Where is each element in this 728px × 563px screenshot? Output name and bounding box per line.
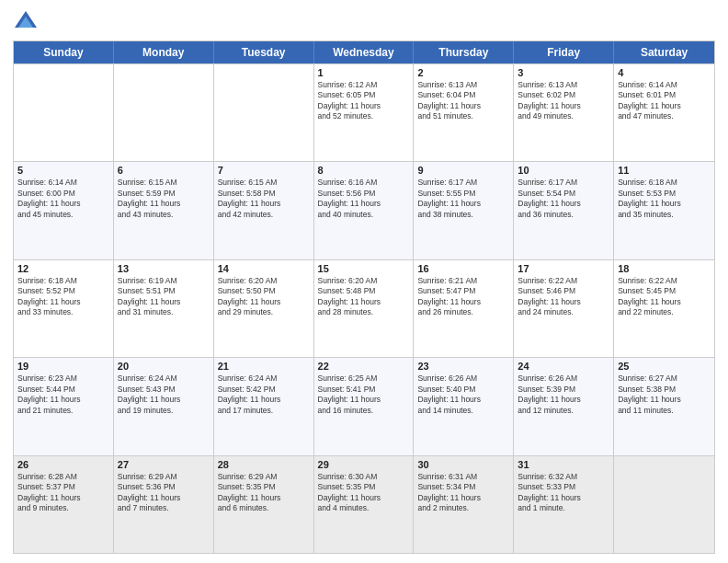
- day-number: 10: [518, 165, 609, 176]
- calendar-cell: 4Sunrise: 6:14 AM Sunset: 6:01 PM Daylig…: [614, 64, 714, 161]
- day-info: Sunrise: 6:15 AM Sunset: 5:59 PM Dayligh…: [118, 178, 210, 220]
- day-number: 6: [118, 165, 210, 176]
- calendar-cell: 24Sunrise: 6:26 AM Sunset: 5:39 PM Dayli…: [514, 358, 614, 454]
- day-info: Sunrise: 6:31 AM Sunset: 5:34 PM Dayligh…: [417, 472, 509, 514]
- day-info: Sunrise: 6:14 AM Sunset: 6:01 PM Dayligh…: [618, 80, 711, 122]
- calendar-cell: 30Sunrise: 6:31 AM Sunset: 5:34 PM Dayli…: [414, 456, 514, 553]
- day-number: 7: [218, 165, 310, 176]
- calendar-cell: 22Sunrise: 6:25 AM Sunset: 5:41 PM Dayli…: [314, 358, 415, 454]
- day-number: 25: [618, 361, 711, 372]
- calendar-cell: 13Sunrise: 6:19 AM Sunset: 5:51 PM Dayli…: [114, 260, 214, 357]
- calendar-cell: 7Sunrise: 6:15 AM Sunset: 5:58 PM Daylig…: [214, 162, 314, 259]
- weekday-header: Saturday: [614, 41, 714, 63]
- calendar-cell: [614, 456, 714, 553]
- calendar-cell: 25Sunrise: 6:27 AM Sunset: 5:38 PM Dayli…: [614, 358, 714, 454]
- calendar-row: 1Sunrise: 6:12 AM Sunset: 6:05 PM Daylig…: [14, 63, 714, 161]
- day-info: Sunrise: 6:22 AM Sunset: 5:45 PM Dayligh…: [618, 276, 711, 318]
- day-number: 24: [518, 361, 609, 372]
- calendar-header: SundayMondayTuesdayWednesdayThursdayFrid…: [14, 41, 714, 63]
- calendar-cell: 9Sunrise: 6:17 AM Sunset: 5:55 PM Daylig…: [414, 162, 514, 259]
- calendar-cell: [14, 64, 114, 161]
- day-info: Sunrise: 6:23 AM Sunset: 5:44 PM Dayligh…: [17, 373, 109, 416]
- calendar-cell: 28Sunrise: 6:29 AM Sunset: 5:35 PM Dayli…: [214, 456, 314, 553]
- day-number: 9: [417, 165, 509, 176]
- day-number: 4: [618, 67, 711, 78]
- day-info: Sunrise: 6:17 AM Sunset: 5:55 PM Dayligh…: [417, 178, 509, 220]
- day-number: 11: [618, 165, 711, 176]
- calendar-cell: 20Sunrise: 6:24 AM Sunset: 5:43 PM Dayli…: [114, 358, 214, 454]
- day-info: Sunrise: 6:12 AM Sunset: 6:05 PM Dayligh…: [318, 80, 410, 122]
- calendar-cell: 11Sunrise: 6:18 AM Sunset: 5:53 PM Dayli…: [614, 162, 714, 259]
- day-info: Sunrise: 6:18 AM Sunset: 5:52 PM Dayligh…: [17, 276, 109, 318]
- weekday-header: Wednesday: [314, 41, 415, 63]
- calendar-cell: 1Sunrise: 6:12 AM Sunset: 6:05 PM Daylig…: [314, 64, 415, 161]
- calendar-cell: 14Sunrise: 6:20 AM Sunset: 5:50 PM Dayli…: [214, 260, 314, 357]
- day-number: 13: [118, 263, 210, 274]
- calendar-body: 1Sunrise: 6:12 AM Sunset: 6:05 PM Daylig…: [14, 63, 714, 553]
- calendar-cell: 31Sunrise: 6:32 AM Sunset: 5:33 PM Dayli…: [514, 456, 614, 553]
- day-number: 12: [17, 263, 109, 274]
- calendar-cell: 21Sunrise: 6:24 AM Sunset: 5:42 PM Dayli…: [214, 358, 314, 454]
- calendar-cell: 8Sunrise: 6:16 AM Sunset: 5:56 PM Daylig…: [314, 162, 415, 259]
- day-info: Sunrise: 6:25 AM Sunset: 5:41 PM Dayligh…: [318, 373, 410, 416]
- day-info: Sunrise: 6:29 AM Sunset: 5:35 PM Dayligh…: [218, 472, 310, 514]
- day-number: 30: [417, 459, 509, 470]
- day-info: Sunrise: 6:19 AM Sunset: 5:51 PM Dayligh…: [118, 276, 210, 318]
- day-info: Sunrise: 6:20 AM Sunset: 5:48 PM Dayligh…: [318, 276, 410, 318]
- day-info: Sunrise: 6:13 AM Sunset: 6:02 PM Dayligh…: [518, 80, 609, 122]
- calendar-cell: 2Sunrise: 6:13 AM Sunset: 6:04 PM Daylig…: [414, 64, 514, 161]
- day-number: 14: [218, 263, 310, 274]
- calendar-cell: 17Sunrise: 6:22 AM Sunset: 5:46 PM Dayli…: [514, 260, 614, 357]
- day-number: 31: [518, 459, 609, 470]
- day-info: Sunrise: 6:17 AM Sunset: 5:54 PM Dayligh…: [518, 178, 609, 220]
- day-info: Sunrise: 6:18 AM Sunset: 5:53 PM Dayligh…: [618, 178, 711, 220]
- calendar-cell: 16Sunrise: 6:21 AM Sunset: 5:47 PM Dayli…: [414, 260, 514, 357]
- logo-icon: [13, 9, 39, 35]
- day-number: 22: [318, 361, 410, 372]
- day-number: 29: [318, 459, 410, 470]
- calendar-row: 12Sunrise: 6:18 AM Sunset: 5:52 PM Dayli…: [14, 259, 714, 357]
- weekday-header: Tuesday: [214, 41, 314, 63]
- weekday-header: Friday: [514, 41, 614, 63]
- calendar-row: 19Sunrise: 6:23 AM Sunset: 5:44 PM Dayli…: [14, 357, 714, 454]
- day-info: Sunrise: 6:26 AM Sunset: 5:40 PM Dayligh…: [417, 373, 509, 416]
- calendar-cell: 5Sunrise: 6:14 AM Sunset: 6:00 PM Daylig…: [14, 162, 114, 259]
- calendar-cell: 12Sunrise: 6:18 AM Sunset: 5:52 PM Dayli…: [14, 260, 114, 357]
- calendar-cell: [114, 64, 214, 161]
- calendar-cell: 26Sunrise: 6:28 AM Sunset: 5:37 PM Dayli…: [14, 456, 114, 553]
- calendar-cell: 10Sunrise: 6:17 AM Sunset: 5:54 PM Dayli…: [514, 162, 614, 259]
- calendar-cell: 19Sunrise: 6:23 AM Sunset: 5:44 PM Dayli…: [14, 358, 114, 454]
- weekday-header: Sunday: [14, 41, 114, 63]
- day-info: Sunrise: 6:24 AM Sunset: 5:42 PM Dayligh…: [218, 373, 310, 416]
- day-info: Sunrise: 6:20 AM Sunset: 5:50 PM Dayligh…: [218, 276, 310, 318]
- calendar-cell: [214, 64, 314, 161]
- calendar-cell: 18Sunrise: 6:22 AM Sunset: 5:45 PM Dayli…: [614, 260, 714, 357]
- calendar-cell: 23Sunrise: 6:26 AM Sunset: 5:40 PM Dayli…: [414, 358, 514, 454]
- calendar-cell: 29Sunrise: 6:30 AM Sunset: 5:35 PM Dayli…: [314, 456, 415, 553]
- calendar-cell: 3Sunrise: 6:13 AM Sunset: 6:02 PM Daylig…: [514, 64, 614, 161]
- day-number: 28: [218, 459, 310, 470]
- day-info: Sunrise: 6:30 AM Sunset: 5:35 PM Dayligh…: [318, 472, 410, 514]
- calendar-cell: 15Sunrise: 6:20 AM Sunset: 5:48 PM Dayli…: [314, 260, 415, 357]
- page: SundayMondayTuesdayWednesdayThursdayFrid…: [0, 0, 728, 563]
- day-number: 20: [118, 361, 210, 372]
- calendar: SundayMondayTuesdayWednesdayThursdayFrid…: [13, 40, 715, 554]
- day-number: 1: [318, 67, 410, 78]
- day-info: Sunrise: 6:22 AM Sunset: 5:46 PM Dayligh…: [518, 276, 609, 318]
- day-info: Sunrise: 6:21 AM Sunset: 5:47 PM Dayligh…: [417, 276, 509, 318]
- day-info: Sunrise: 6:29 AM Sunset: 5:36 PM Dayligh…: [118, 472, 210, 514]
- day-info: Sunrise: 6:16 AM Sunset: 5:56 PM Dayligh…: [318, 178, 410, 220]
- day-number: 3: [518, 67, 609, 78]
- calendar-cell: 27Sunrise: 6:29 AM Sunset: 5:36 PM Dayli…: [114, 456, 214, 553]
- calendar-row: 26Sunrise: 6:28 AM Sunset: 5:37 PM Dayli…: [14, 455, 714, 553]
- day-number: 5: [17, 165, 109, 176]
- day-number: 19: [17, 361, 109, 372]
- calendar-cell: 6Sunrise: 6:15 AM Sunset: 5:59 PM Daylig…: [114, 162, 214, 259]
- day-number: 27: [118, 459, 210, 470]
- day-info: Sunrise: 6:15 AM Sunset: 5:58 PM Dayligh…: [218, 178, 310, 220]
- logo: [13, 9, 42, 35]
- calendar-row: 5Sunrise: 6:14 AM Sunset: 6:00 PM Daylig…: [14, 161, 714, 259]
- day-number: 18: [618, 263, 711, 274]
- day-info: Sunrise: 6:13 AM Sunset: 6:04 PM Dayligh…: [417, 80, 509, 122]
- day-number: 21: [218, 361, 310, 372]
